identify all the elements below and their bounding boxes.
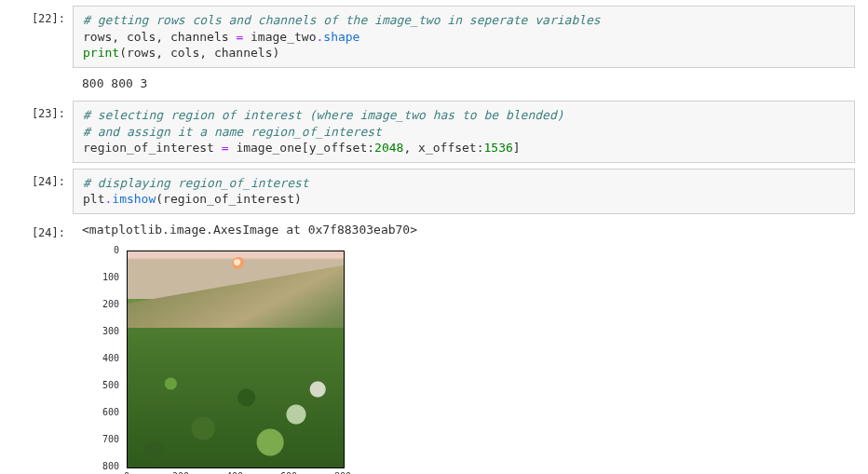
code-ident: rows, cols, channels — [83, 30, 236, 44]
cell-24-repr: <matplotlib.image.AxesImage at 0x7f88303… — [73, 220, 855, 242]
y-tick: 700 — [102, 434, 119, 447]
y-tick-labels: 0100200300400500600700800 — [82, 251, 123, 467]
y-tick: 400 — [102, 353, 119, 366]
cell-23-input-prompt: [23]: — [0, 101, 73, 121]
cell-22-output-prompt — [0, 74, 73, 79]
cell-22-output-row: 800 800 3 — [0, 74, 868, 96]
cell-24-output-prompt: [24]: — [0, 220, 73, 240]
code-args: (region_of_interest) — [156, 192, 302, 206]
code-args: (rows, cols, channels) — [119, 46, 279, 60]
code-punct: , — [403, 141, 418, 155]
code-op: = — [222, 141, 237, 155]
code-comment: # displaying region_of_interest — [83, 176, 309, 190]
code-comment: # and assign it a name region_of_interes… — [83, 125, 382, 139]
code-ident: x_offset — [418, 141, 477, 155]
code-attr: shape — [323, 30, 359, 44]
y-tick: 500 — [102, 380, 119, 393]
cell-24-input-row: [24]: # displaying region_of_interest pl… — [0, 169, 868, 214]
y-tick: 0 — [114, 245, 119, 258]
mpl-axes: 0100200300400500600700800 0200400600800 — [82, 251, 361, 474]
code-punct: ] — [513, 141, 521, 155]
y-tick: 300 — [102, 326, 119, 339]
cell-24-figure-prompt — [0, 247, 73, 252]
code-comment: # selecting region of interest (where im… — [83, 108, 564, 122]
code-number: 1536 — [484, 141, 513, 155]
x-tick: 800 — [334, 470, 351, 474]
code-comment: # getting rows cols and channels of the … — [83, 13, 601, 27]
code-ident: region_of_interest — [83, 141, 222, 155]
notebook-root: [22]: # getting rows cols and channels o… — [0, 0, 868, 474]
cell-22-input-prompt: [22]: — [0, 6, 73, 26]
code-ident: image_two — [251, 30, 316, 44]
mpl-image — [127, 251, 345, 468]
code-ident: y_offset — [309, 141, 368, 155]
code-number: 2048 — [374, 141, 403, 155]
code-punct: : — [477, 141, 484, 155]
cell-23-code[interactable]: # selecting region of interest (where im… — [73, 101, 855, 163]
code-builtin: print — [83, 46, 119, 60]
y-tick: 800 — [102, 461, 119, 474]
x-tick: 0 — [124, 470, 129, 474]
cell-23-input-row: [23]: # selecting region of interest (wh… — [0, 101, 868, 163]
cell-24-figure-row: 0100200300400500600700800 0200400600800 — [0, 247, 868, 474]
code-punct: : — [367, 141, 374, 155]
cell-22-code[interactable]: # getting rows cols and channels of the … — [73, 6, 855, 68]
y-tick: 100 — [102, 272, 119, 285]
cell-22-input-row: [22]: # getting rows cols and channels o… — [0, 6, 868, 68]
sun-icon — [232, 257, 245, 270]
x-tick-labels: 0200400600800 — [127, 468, 343, 474]
x-tick: 400 — [226, 470, 243, 474]
cell-22-stdout: 800 800 3 — [73, 74, 855, 96]
cell-24-code[interactable]: # displaying region_of_interest plt.imsh… — [73, 169, 855, 214]
code-ident: image_one — [236, 141, 301, 155]
y-tick: 600 — [102, 407, 119, 420]
x-tick: 600 — [280, 470, 297, 474]
code-call: imshow — [112, 192, 156, 206]
cell-24-input-prompt: [24]: — [0, 169, 73, 189]
code-punct: [ — [302, 141, 309, 155]
code-ident: plt — [83, 192, 104, 206]
y-tick: 200 — [102, 299, 119, 312]
code-op: = — [236, 30, 251, 44]
cell-24-output-row: [24]: <matplotlib.image.AxesImage at 0x7… — [0, 220, 868, 242]
x-tick: 200 — [172, 470, 189, 474]
cell-24-figure: 0100200300400500600700800 0200400600800 — [73, 247, 371, 474]
